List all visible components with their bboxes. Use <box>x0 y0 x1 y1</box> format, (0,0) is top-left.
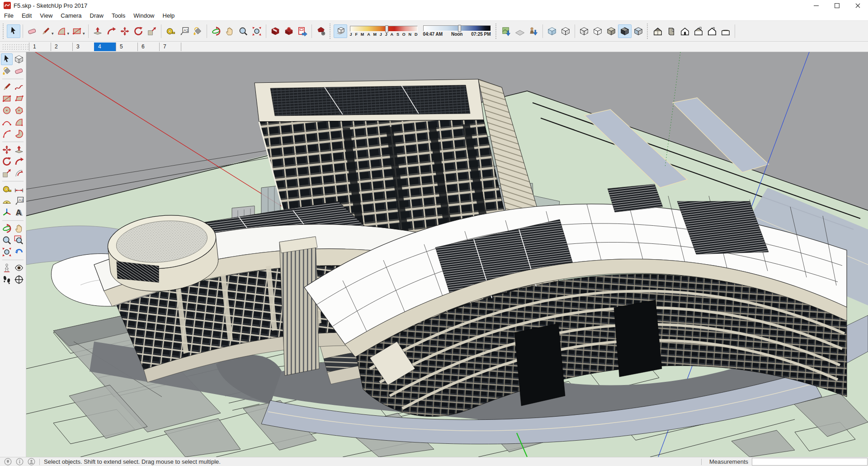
text-tool-button[interactable]: A1 <box>177 24 191 38</box>
modeling-viewport[interactable]: SKP <box>26 52 868 457</box>
shadow-time-slider[interactable]: 04:47 AMNoon07:25 PM <box>423 25 491 37</box>
arc-fan-dropdown-arrow[interactable]: ▾ <box>67 31 70 36</box>
3d-text-tool-button[interactable]: AA <box>13 207 25 219</box>
view-front-tool-button[interactable] <box>678 24 692 38</box>
geolocation-status-icon[interactable] <box>4 458 12 466</box>
menu-view[interactable]: View <box>36 11 57 20</box>
scene-tab-1[interactable]: 1 <box>29 43 51 51</box>
pie-tool-button[interactable] <box>13 128 25 140</box>
arc-fan-tool-button[interactable] <box>55 24 68 38</box>
toolbar-drag-handle[interactable] <box>3 24 4 39</box>
send-to-layout-tool-button[interactable] <box>296 24 309 38</box>
add-location-tool-button[interactable] <box>500 24 513 38</box>
get-models-tool-button[interactable] <box>269 24 282 38</box>
arc-3pt-tool-button[interactable] <box>1 128 13 140</box>
pan-tool-button[interactable] <box>13 223 25 234</box>
style-back-edges-tool-button[interactable] <box>559 24 572 38</box>
menu-tools[interactable]: Tools <box>108 11 129 20</box>
rotated-rectangle-tool-button[interactable] <box>13 93 25 105</box>
view-top-tool-button[interactable] <box>665 24 678 38</box>
axes-tool-button[interactable] <box>1 207 13 219</box>
line-tool-button[interactable] <box>39 24 52 38</box>
position-camera-tool-button[interactable] <box>1 262 13 274</box>
orbit-tool-button[interactable] <box>1 223 13 234</box>
select-tool-button[interactable] <box>1 53 13 65</box>
menu-file[interactable]: File <box>0 11 18 20</box>
tabbar-drag-handle[interactable] <box>2 43 29 50</box>
extension-warehouse-tool-button[interactable] <box>314 24 328 38</box>
paint-bucket-tool-button[interactable] <box>1 65 13 77</box>
section-plane-tool-button[interactable] <box>13 274 25 285</box>
paint-bucket-tool-button[interactable] <box>191 24 204 38</box>
circle-tool-button[interactable] <box>1 105 13 116</box>
style-monochrome-tool-button[interactable] <box>632 24 645 38</box>
line-dropdown-arrow[interactable]: ▾ <box>52 31 54 36</box>
push-pull-tool-button[interactable] <box>13 144 25 156</box>
walk-tool-button[interactable] <box>1 274 13 285</box>
pan-tool-button[interactable] <box>223 24 236 38</box>
photo-textures-tool-button[interactable] <box>527 24 540 38</box>
model-info-icon[interactable] <box>16 458 24 466</box>
text-tool-button[interactable]: A1 <box>13 195 25 207</box>
make-component-tool-button[interactable] <box>13 53 25 65</box>
close-button[interactable] <box>847 0 868 11</box>
scene-tab-5[interactable]: 5 <box>116 43 137 51</box>
polygon-tool-button[interactable] <box>13 105 25 116</box>
arc-2pt-tool-button[interactable] <box>1 116 13 128</box>
shadow-time-handle[interactable] <box>458 25 461 32</box>
dimension-tool-button[interactable] <box>13 183 25 195</box>
share-model-tool-button[interactable] <box>282 24 296 38</box>
move-tool-button[interactable] <box>118 24 132 38</box>
tape-measure-tool-button[interactable] <box>1 183 13 195</box>
menu-draw[interactable]: Draw <box>86 11 108 20</box>
scale-tool-button[interactable] <box>145 24 159 38</box>
scene-tab-6[interactable]: 6 <box>137 43 159 51</box>
rectangle-dropdown-arrow[interactable]: ▾ <box>83 31 85 36</box>
menu-edit[interactable]: Edit <box>18 11 36 20</box>
eraser-tool-button[interactable] <box>13 65 25 77</box>
toolbar-drag-handle[interactable] <box>495 24 497 39</box>
offset-tool-button[interactable] <box>13 167 25 179</box>
zoom-window-tool-button[interactable] <box>13 234 25 246</box>
scene-tab-2[interactable]: 2 <box>51 43 72 51</box>
style-xray-tool-button[interactable] <box>545 24 559 38</box>
zoom-tool-button[interactable] <box>236 24 250 38</box>
rotate-tool-button[interactable] <box>1 156 13 167</box>
push-pull-tool-button[interactable] <box>91 24 104 38</box>
view-right-tool-button[interactable] <box>719 24 732 38</box>
style-shaded-tool-button[interactable] <box>604 24 618 38</box>
move-tool-button[interactable] <box>1 144 13 156</box>
scale-tool-button[interactable] <box>1 167 13 179</box>
minimize-button[interactable] <box>806 0 826 11</box>
toolbar-drag-handle[interactable] <box>647 24 648 39</box>
shadow-time-gradient[interactable] <box>423 25 491 31</box>
rotate-tool-button[interactable] <box>132 24 145 38</box>
view-back-tool-button[interactable] <box>692 24 705 38</box>
scene-tab-3[interactable]: 3 <box>72 43 94 51</box>
toolbar-drag-handle[interactable] <box>330 24 331 39</box>
zoom-extents-tool-button[interactable] <box>250 24 264 38</box>
follow-me-tool-button[interactable] <box>13 156 25 167</box>
measurements-input[interactable] <box>752 458 868 466</box>
previous-tool-button[interactable] <box>13 246 25 258</box>
zoom-extents-tool-button[interactable] <box>1 246 13 258</box>
style-hidden-line-tool-button[interactable] <box>591 24 604 38</box>
rectangle-tool-button[interactable] <box>70 24 84 38</box>
freehand-tool-button[interactable] <box>13 81 25 93</box>
zoom-tool-button[interactable] <box>1 234 13 246</box>
toggle-terrain-tool-button[interactable] <box>513 24 527 38</box>
maximize-button[interactable] <box>826 0 847 11</box>
rectangle-tool-button[interactable] <box>1 93 13 105</box>
shadow-date-slider[interactable]: JFMAMJJASOND <box>350 26 418 37</box>
shadow-toggle-tool-button[interactable] <box>334 24 347 38</box>
menu-camera[interactable]: Camera <box>57 11 85 20</box>
style-wireframe-tool-button[interactable] <box>577 24 591 38</box>
protractor-tool-button[interactable] <box>1 195 13 207</box>
arc-fan-tool-button[interactable] <box>13 116 25 128</box>
menu-window[interactable]: Window <box>129 11 158 20</box>
view-iso-tool-button[interactable] <box>651 24 665 38</box>
scene-tab-7[interactable]: 7 <box>159 43 181 51</box>
sign-in-icon[interactable] <box>28 458 35 466</box>
select-tool-button[interactable] <box>7 24 20 38</box>
orbit-tool-button[interactable] <box>209 24 223 38</box>
